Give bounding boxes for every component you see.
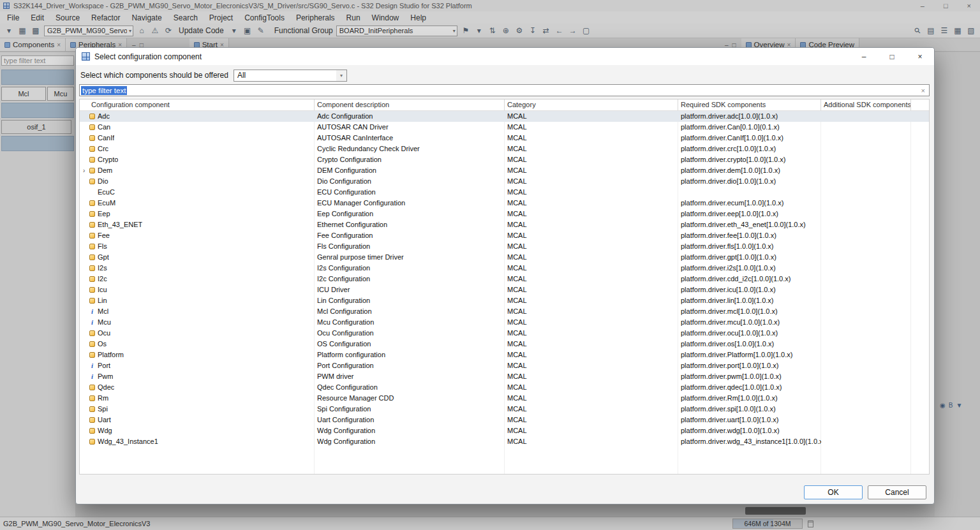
component-row-Mcl[interactable]: iMclMcl ConfigurationMCALplatform.driver… [80,306,929,317]
component-row-EcuM[interactable]: EcuMECU Manager ConfigurationMCALplatfor… [80,198,929,209]
component-description: ECU Manager Configuration [315,198,505,209]
column-header-0[interactable]: Configuration component [80,99,315,110]
component-row-Can[interactable]: CanAUTOSAR CAN DriverMCALplatform.driver… [80,122,929,133]
offered-filter-combo[interactable]: All ▾ [234,70,347,82]
component-row-Uart[interactable]: UartUart ConfigurationMCALplatform.drive… [80,415,929,425]
component-cell: Can [80,122,315,133]
component-category: MCAL [505,111,678,122]
component-row-Wdg[interactable]: WdgWdg ConfigurationMCALplatform.driver.… [80,425,929,436]
component-row-Os[interactable]: OsOS ConfigurationMCALplatform.driver.os… [80,339,929,350]
column-header-2[interactable]: Category [505,99,678,110]
component-category: MCAL [505,165,678,176]
component-filter-input[interactable]: type filter text × [79,84,930,96]
column-header-4[interactable]: Additional SDK components [821,99,911,110]
additional-sdk-components [821,154,911,165]
component-row-Lin[interactable]: LinLin ConfigurationMCALplatform.driver.… [80,295,929,306]
component-description: ECU Configuration [315,187,505,198]
component-name: I2s [98,263,107,274]
dialog-titlebar[interactable]: Select configuration component – □ × [76,48,934,65]
component-row-I2c[interactable]: I2cI2c ConfigurationMCALplatform.driver.… [80,274,929,284]
component-row-Spi[interactable]: SpiSpi ConfigurationMCALplatform.driver.… [80,404,929,415]
component-row-Dio[interactable]: DioDio ConfigurationMCALplatform.driver.… [80,176,929,187]
component-row-Eep[interactable]: EepEep ConfigurationMCALplatform.driver.… [80,209,929,219]
required-sdk-components: platform.driver.wdg_43_instance1[1.0.0](… [678,436,821,447]
component-row-Crc[interactable]: CrcCyclic Redundancy Check DriverMCALpla… [80,144,929,154]
row-filler [911,176,929,187]
component-category: MCAL [505,393,678,404]
component-description: Wdg Configuration [315,436,505,447]
additional-sdk-components [821,111,911,122]
expand-icon[interactable]: › [83,165,89,176]
component-icon [89,179,95,184]
component-category: MCAL [505,382,678,393]
info-icon: i [89,361,95,371]
column-header-1[interactable]: Component description [315,99,505,110]
component-row-Ocu[interactable]: OcuOcu ConfigurationMCALplatform.driver.… [80,328,929,339]
additional-sdk-components [821,328,911,339]
component-row-EcuC[interactable]: EcuCECU ConfigurationMCAL [80,187,929,198]
component-name: Icu [98,284,107,295]
row-filler [911,415,929,425]
component-name: CanIf [98,133,114,144]
offered-combo-value: All [237,71,246,80]
component-category: MCAL [505,274,678,284]
component-cell: Icu [80,284,315,295]
row-filler [911,360,929,371]
component-icon [89,135,95,141]
additional-sdk-components [821,393,911,404]
component-row-Crypto[interactable]: CryptoCrypto ConfigurationMCALplatform.d… [80,154,929,165]
row-filler [911,252,929,263]
component-name: Platform [98,350,124,360]
component-row-CanIf[interactable]: CanIfAUTOSAR CanInterfaceMCALplatform.dr… [80,133,929,144]
offered-label: Select which components should be offere… [80,71,228,80]
dialog-maximize-button[interactable]: □ [878,48,906,65]
component-row-Gpt[interactable]: GptGenral purpose timer DriverMCALplatfo… [80,252,929,263]
component-icon [89,168,95,173]
component-cell: Fls [80,241,315,252]
additional-sdk-components [821,144,911,154]
component-row-Platform[interactable]: PlatformPlatform configurationMCALplatfo… [80,350,929,360]
component-description: Genral purpose timer Driver [315,252,505,263]
required-sdk-components: platform.driver.spi[1.0.0](1.0.x) [678,404,821,415]
component-row-Mcu[interactable]: iMcuMcu ConfigurationMCALplatform.driver… [80,317,929,328]
component-row-Qdec[interactable]: QdecQdec ConfigurationMCALplatform.drive… [80,382,929,393]
component-row-Adc[interactable]: AdcAdc ConfigurationMCALplatform.driver.… [80,111,929,122]
component-row-I2s[interactable]: I2sI2s ConfigurationMCALplatform.driver.… [80,263,929,274]
required-sdk-components: platform.driver.qdec[1.0.0](1.0.x) [678,382,821,393]
additional-sdk-components [821,425,911,436]
dialog-close-button[interactable]: × [906,48,934,65]
chevron-down-icon: ▾ [336,70,346,81]
component-category: MCAL [505,350,678,360]
component-icon [89,200,95,206]
column-header-3[interactable]: Required SDK components [678,99,821,110]
component-row-Port[interactable]: iPortPort ConfigurationMCALplatform.driv… [80,360,929,371]
screen: S32K144_Driver_Workspace - G2B_PWM_MG90_… [0,0,980,530]
cancel-button[interactable]: Cancel [868,485,926,499]
component-row-Eth_43_ENET[interactable]: Eth_43_ENETEthernet ConfigurationMCALpla… [80,219,929,230]
component-cell: ›Dem [80,165,315,176]
info-icon: i [89,372,95,381]
additional-sdk-components [821,165,911,176]
component-cell: Wdg [80,425,315,436]
clear-filter-icon[interactable]: × [921,87,925,94]
component-category: MCAL [505,198,678,209]
component-row-Fls[interactable]: FlsFls ConfigurationMCALplatform.driver.… [80,241,929,252]
component-icon [89,276,95,282]
component-category: MCAL [505,219,678,230]
additional-sdk-components [821,306,911,317]
component-description: Resource Manager CDD [315,393,505,404]
component-row-Icu[interactable]: IcuICU DriverMCALplatform.driver.icu[1.0… [80,284,929,295]
component-description: Dio Configuration [315,176,505,187]
component-name: Fee [98,230,110,241]
component-row-Dem[interactable]: ›DemDEM ConfigurationMCALplatform.driver… [80,165,929,176]
component-cell: Os [80,339,315,350]
component-row-Wdg_43_Instance1[interactable]: Wdg_43_Instance1Wdg ConfigurationMCALpla… [80,436,929,447]
component-row-Fee[interactable]: FeeFee ConfigurationMCALplatform.driver.… [80,230,929,241]
dialog-minimize-button[interactable]: – [850,48,878,65]
component-description: Uart Configuration [315,415,505,425]
ok-button[interactable]: OK [804,485,863,499]
component-row-Rm[interactable]: RmResource Manager CDDMCALplatform.drive… [80,393,929,404]
required-sdk-components: platform.driver.dio[1.0.0](1.0.x) [678,176,821,187]
row-filler [911,339,929,350]
component-row-Pwm[interactable]: iPwmPWM driverMCALplatform.driver.pwm[1.… [80,371,929,382]
